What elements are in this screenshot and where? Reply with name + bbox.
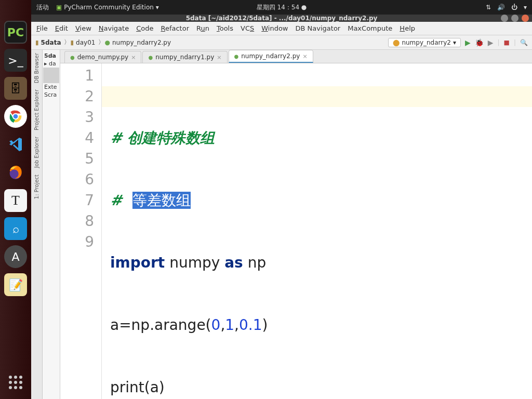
panel-app-menu[interactable]: ▣ PyCharm Community Edition ▾ xyxy=(56,4,159,11)
project-root[interactable]: 5da xyxy=(43,52,59,60)
run-with-coverage-button[interactable]: ▶ xyxy=(488,38,494,47)
menu-navigate[interactable]: Navigate xyxy=(99,24,129,32)
close-icon[interactable]: × xyxy=(217,54,221,61)
gnome-top-panel: 活动 ▣ PyCharm Community Edition ▾ 星期四 14：… xyxy=(31,0,532,15)
panel-clock[interactable]: 星期四 14：54 ● xyxy=(257,3,307,12)
minimize-button[interactable] xyxy=(501,15,508,22)
power-icon[interactable]: ⏻ xyxy=(511,4,517,11)
dock-updates[interactable]: A xyxy=(4,245,27,268)
project-file-selected[interactable] xyxy=(43,68,59,75)
text-selection: 等差数组 xyxy=(132,192,191,209)
run-button[interactable]: ▶ xyxy=(465,38,471,47)
dock-files[interactable]: 🗄 xyxy=(4,77,27,100)
menu-help[interactable]: Help xyxy=(400,24,415,32)
debug-button[interactable]: 🐞 xyxy=(475,38,484,47)
run-config-selector[interactable]: ⬤numpy_ndarry2 ▾ xyxy=(388,38,461,47)
navigation-bar: ▮5data〉 ▮day01〉 ●numpy_ndarry2.py ⬤numpy… xyxy=(31,35,532,50)
menu-file[interactable]: File xyxy=(36,24,48,32)
project-folder[interactable]: ▸ da xyxy=(43,60,59,68)
stop-button[interactable]: ■ xyxy=(504,39,510,46)
breadcrumb-folder[interactable]: ▮day01 xyxy=(70,39,95,46)
window-title: 5data [~/aid2012/5data] - .../day01/nump… xyxy=(186,15,378,22)
tool-project[interactable]: 1: Project xyxy=(34,175,39,199)
menu-view[interactable]: View xyxy=(75,24,91,32)
menu-run[interactable]: Run xyxy=(196,24,209,32)
project-view[interactable]: 5da ▸ da Exte Scra xyxy=(43,50,60,399)
network-icon[interactable]: ⇅ xyxy=(486,4,491,11)
ide-titlebar: 5data [~/aid2012/5data] - .../day01/nump… xyxy=(31,15,532,22)
tool-project-explorer[interactable]: Project Explorer xyxy=(34,89,39,130)
menu-vcs[interactable]: VCS xyxy=(241,24,254,32)
line-gutter: 123456789 xyxy=(60,63,102,399)
tool-db-browser[interactable]: DB Browser xyxy=(34,53,39,83)
tab-numpy-ndarry1[interactable]: ●numpy_ndarry1.py× xyxy=(142,51,227,63)
project-scratches[interactable]: Scra xyxy=(43,91,59,99)
svg-point-1 xyxy=(14,114,18,119)
tab-numpy-ndarry2[interactable]: ●numpy_ndarry2.py× xyxy=(229,50,313,63)
tool-job-explorer[interactable]: Job Explorer xyxy=(34,137,39,168)
activities-button[interactable]: 活动 xyxy=(36,3,49,12)
dock-typora[interactable]: T xyxy=(4,189,27,212)
menu-tools[interactable]: Tools xyxy=(217,24,233,32)
menu-bar: File Edit View Navigate Code Refactor Ru… xyxy=(31,22,532,35)
code-area[interactable]: # 创建特殊数组 # 等差数组 import numpy as np a=np.… xyxy=(102,63,532,399)
menu-code[interactable]: Code xyxy=(136,24,153,32)
menu-maxcompute[interactable]: MaxCompute xyxy=(348,24,392,32)
dock-vscode[interactable] xyxy=(4,133,27,156)
menu-refactor[interactable]: Refactor xyxy=(161,24,189,32)
dock-notes[interactable]: 📝 xyxy=(4,273,27,296)
editor-tabs: ●demo_numpy.py× ●numpy_ndarry1.py× ●nump… xyxy=(60,50,532,63)
menu-edit[interactable]: Edit xyxy=(55,24,68,32)
search-everywhere-button[interactable]: 🔍 xyxy=(520,39,528,46)
tab-demo-numpy[interactable]: ●demo_numpy.py× xyxy=(64,51,141,63)
menu-window[interactable]: Window xyxy=(261,24,288,32)
dock-terminal[interactable]: >_ xyxy=(4,49,27,72)
close-icon[interactable]: × xyxy=(302,53,307,60)
project-external[interactable]: Exte xyxy=(43,83,59,91)
menu-db-navigator[interactable]: DB Navigator xyxy=(296,24,341,32)
volume-icon[interactable]: 🔊 xyxy=(497,4,505,11)
maximize-button[interactable] xyxy=(511,15,518,22)
close-icon[interactable]: × xyxy=(131,54,136,61)
dock-app-blue[interactable]: ⌕ xyxy=(4,217,27,240)
pycharm-window: 5data [~/aid2012/5data] - .../day01/nump… xyxy=(31,15,532,399)
dock-pycharm[interactable]: PC xyxy=(4,21,27,44)
dock-show-apps[interactable] xyxy=(4,371,27,394)
ubuntu-dock: PC >_ 🗄 T ⌕ A 📝 xyxy=(0,0,31,399)
current-line-highlight xyxy=(102,86,532,107)
left-tool-strip: DB Browser Project Explorer Job Explorer… xyxy=(31,50,43,399)
chevron-down-icon[interactable]: ▾ xyxy=(524,4,527,11)
dock-firefox[interactable] xyxy=(4,161,27,184)
close-button[interactable] xyxy=(522,15,529,22)
code-editor[interactable]: 123456789 # 创建特殊数组 # 等差数组 import numpy a… xyxy=(60,63,532,399)
dock-chrome[interactable] xyxy=(4,105,27,128)
breadcrumb-root[interactable]: ▮5data xyxy=(35,39,61,46)
breadcrumb-file[interactable]: ●numpy_ndarry2.py xyxy=(104,39,171,46)
